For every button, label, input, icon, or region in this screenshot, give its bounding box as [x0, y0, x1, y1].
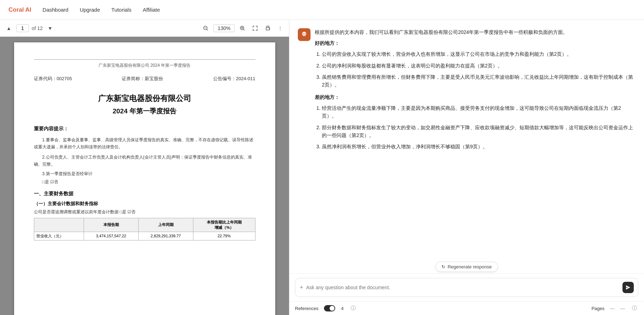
- chat-add-button[interactable]: +: [300, 284, 303, 291]
- bottom-bar: References 4 ⓘ Pages — — ⓘ: [289, 301, 644, 315]
- bad-title: 差的地方：: [315, 94, 339, 100]
- pdf-audit-value: □是 ☑否: [34, 179, 255, 185]
- toggle-dot: [330, 306, 335, 311]
- page-down-button[interactable]: ▼: [46, 24, 55, 32]
- pdf-stock-name: 证券简称：新宝股份: [122, 76, 163, 82]
- pdf-sub1-title: （一）主要会计数据和财务指标: [34, 201, 255, 207]
- good-item-3: 虽然销售费用和管理费用有所增长，但财务费用下降，主要是受人民币兑美元汇率波动影响…: [322, 73, 636, 89]
- regenerate-icon: ↻: [441, 264, 445, 269]
- top-navigation: Coral AI Dashboard Upgrade Tutorials Aff…: [0, 0, 644, 20]
- table-header-1: 本报告期: [84, 218, 138, 232]
- chat-send-button[interactable]: [622, 282, 634, 293]
- page-up-button[interactable]: ▲: [4, 24, 13, 32]
- pdf-title-report: 2024 年第一季度报告: [34, 107, 255, 116]
- pdf-item3: 3.第一季度报告是否经审计: [34, 171, 255, 177]
- print-button[interactable]: [263, 24, 273, 32]
- pdf-meta: 证券代码：002705 证券简称：新宝股份 公告编号：2024-011: [34, 76, 255, 82]
- regenerate-button[interactable]: ↻ Regenerate response: [435, 262, 498, 272]
- zoom-out-button[interactable]: [201, 24, 211, 32]
- table-header-2: 上年同期: [138, 218, 193, 232]
- pdf-item2: 2.公司负责人、主管会计工作负责人及会计机构负责人(会计主管人员)声明：保证季度…: [34, 154, 255, 168]
- chat-input-area: +: [289, 273, 644, 301]
- svg-point-10: [305, 33, 306, 34]
- fit-button[interactable]: [250, 24, 260, 32]
- pdf-important-notice: 重要内容提示：: [34, 126, 255, 132]
- regenerate-label: Regenerate response: [447, 264, 492, 269]
- references-info-button[interactable]: ⓘ: [349, 304, 357, 312]
- pdf-panel: ▲ of 12 ▼ 130%: [0, 20, 289, 315]
- references-toggle[interactable]: [324, 305, 335, 311]
- bad-list: 经营活动产生的现金流量净额下降，主要是因为本期购买商品、接受劳务支付的现金增加，…: [315, 104, 636, 151]
- pages-label: Pages: [591, 306, 604, 311]
- table-header-0: [34, 218, 84, 232]
- svg-point-9: [303, 33, 304, 34]
- right-chat-panel: 根据所提供的文本内容，我们可以看到广东新宝电器股份有限公司2024年第一季度报告…: [289, 20, 644, 315]
- page-total: of 12: [32, 25, 43, 31]
- good-item-1: 公司的营业收入实现了较大增长，营业外收入也有所增加，这显示了公司在市场上的竞争力…: [322, 50, 636, 58]
- pdf-company-header: 广东新宝电器股份有限公司 2024 年第一季度报告: [34, 63, 255, 69]
- nav-tutorials[interactable]: Tutorials: [111, 7, 131, 13]
- table-row: 营业收入（元） 3,474,157,547.22 2,829,291,339.7…: [34, 232, 255, 240]
- page-input[interactable]: [16, 24, 29, 32]
- good-title: 好的地方：: [315, 40, 339, 46]
- nav-affiliate[interactable]: Affiliate: [143, 7, 160, 13]
- pdf-stock-code: 证券代码：002705: [34, 76, 72, 82]
- table-cell-current: 3,474,157,547.22: [84, 232, 138, 240]
- pdf-item1: 1.董事会、监事会及董事、监事、高级管理人员保证季度报告的真实、准确、完整，不存…: [34, 136, 255, 151]
- references-label: References: [295, 306, 318, 311]
- ai-response-content: 根据所提供的文本内容，我们可以看到广东新宝电器股份有限公司2024年第一季度报告…: [315, 28, 636, 155]
- ai-avatar: [298, 28, 311, 41]
- table-header-3: 本报告期比上年同期增减（%）: [193, 218, 255, 232]
- svg-line-6: [243, 29, 245, 30]
- table-cell-change: 22.79%: [193, 232, 255, 240]
- table-cell-label: 营业收入（元）: [34, 232, 84, 240]
- pages-value: —: [610, 306, 615, 311]
- brand-logo[interactable]: Coral AI: [8, 6, 31, 13]
- pdf-toolbar: ▲ of 12 ▼ 130%: [0, 20, 289, 37]
- pages-info-button[interactable]: ⓘ: [631, 304, 638, 312]
- pdf-header-line: [34, 59, 255, 60]
- table-cell-prior: 2,829,291,339.77: [138, 232, 193, 240]
- good-list: 公司的营业收入实现了较大增长，营业外收入也有所增加，这显示了公司在市场上的竞争力…: [315, 50, 636, 89]
- ai-intro-text: 根据所提供的文本内容，我们可以看到广东新宝电器股份有限公司2024年第一季度报告…: [315, 28, 636, 36]
- ai-message: 根据所提供的文本内容，我们可以看到广东新宝电器股份有限公司2024年第一季度报告…: [298, 28, 636, 155]
- pdf-table-note: 公司是否需追溯调整或重述以前年度会计数据 □是 ☑否: [34, 209, 255, 215]
- pdf-content-area[interactable]: 广东新宝电器股份有限公司 2024 年第一季度报告 证券代码：002705 证券…: [0, 37, 289, 315]
- pages-separator: —: [620, 306, 625, 311]
- more-button[interactable]: ⋮: [276, 24, 285, 32]
- svg-line-2: [207, 29, 208, 30]
- bad-item-3: 虽然净利润有所增长，但营业外收入增加，净利润增长不够稳固（第9页）。: [322, 143, 636, 150]
- zoom-in-button[interactable]: [237, 24, 247, 32]
- pdf-title-company: 广东新宝电器股份有限公司: [34, 93, 255, 104]
- chat-input-box: +: [295, 278, 638, 297]
- regenerate-bar: ↻ Regenerate response: [289, 259, 644, 273]
- pdf-page: 广东新宝电器股份有限公司 2024 年第一季度报告 证券代码：002705 证券…: [14, 42, 275, 315]
- pdf-financial-table: 本报告期 上年同期 本报告期比上年同期增减（%） 营业收入（元） 3,474,1…: [34, 218, 255, 240]
- chat-messages: 根据所提供的文本内容，我们可以看到广东新宝电器股份有限公司2024年第一季度报告…: [289, 20, 644, 259]
- svg-point-8: [269, 28, 270, 29]
- nav-dashboard[interactable]: Dashboard: [43, 7, 68, 13]
- references-count: 4: [341, 306, 343, 311]
- bad-item-1: 经营活动产生的现金流量净额下降，主要是因为本期购买商品、接受劳务支付的现金增加，…: [322, 104, 636, 120]
- main-layout: ▲ of 12 ▼ 130%: [0, 20, 644, 315]
- nav-upgrade[interactable]: Upgrade: [80, 7, 100, 13]
- chat-input[interactable]: [306, 285, 620, 290]
- pdf-section1-title: 一、主要财务数据: [34, 191, 255, 197]
- pdf-announcement-no: 公告编号：2024-011: [213, 76, 255, 82]
- bad-item-2: 部分财务数据和财务指标发生了较大的变动，如交易性金融资产下降、应收款项融资减少、…: [322, 124, 636, 139]
- zoom-level[interactable]: 130%: [213, 24, 235, 32]
- good-item-2: 公司的净利润和每股收益都有显著增长，这表明公司的盈利能力在提高（第2页）。: [322, 62, 636, 70]
